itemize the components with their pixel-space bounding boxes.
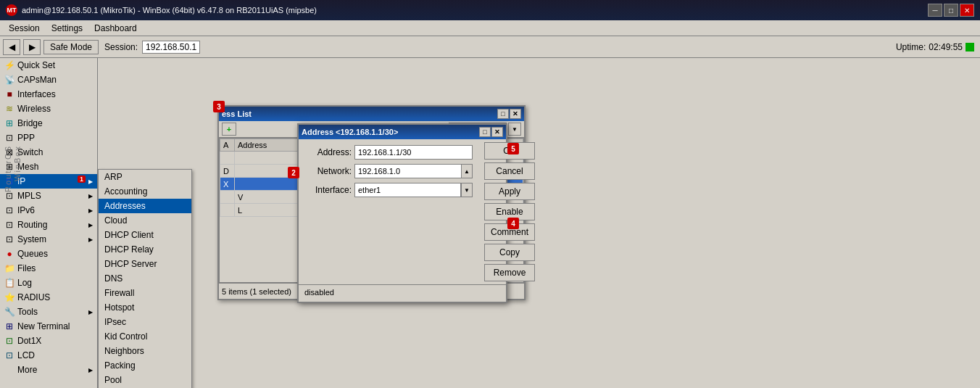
sidebar-label-system: System <box>17 234 46 244</box>
sidebar-item-system[interactable]: ⊡ System ▶ <box>0 232 97 247</box>
title-bar-text: admin@192.168.50.1 (MikroTik) - WinBox (… <box>22 6 928 15</box>
new-terminal-icon: ⊞ <box>4 321 14 331</box>
sidebar-item-files[interactable]: 📁 Files <box>0 261 97 276</box>
menu-settings[interactable]: Settings <box>46 22 88 35</box>
sidebar-item-lcd[interactable]: ⊡ LCD <box>0 348 97 363</box>
submenu-ipsec[interactable]: IPsec <box>99 315 191 329</box>
sidebar-item-dot1x[interactable]: ⊡ Dot1X <box>0 334 97 348</box>
sidebar-item-routing[interactable]: ⊡ Routing ▶ <box>0 218 97 232</box>
submenu-dhcp-relay[interactable]: DHCP Relay <box>99 242 191 257</box>
maximize-button[interactable]: □ <box>944 4 958 17</box>
sidebar-item-new-terminal[interactable]: ⊞ New Terminal <box>0 319 97 334</box>
back-button[interactable]: ◀ <box>3 39 20 55</box>
ppp-icon: ⊡ <box>4 133 14 143</box>
sidebar-item-tools[interactable]: 🔧 Tools ▶ <box>0 305 97 319</box>
submenu-firewall[interactable]: Firewall <box>99 286 191 300</box>
sidebar-item-queues[interactable]: ● Queues <box>0 247 97 261</box>
mpls-icon: ⊡ <box>4 191 14 201</box>
sidebar-item-log[interactable]: 📋 Log <box>0 276 97 290</box>
sidebar-label-ip: IP <box>17 176 25 186</box>
submenu-cloud[interactable]: Cloud <box>99 213 191 228</box>
addr-dialog-body-row: Address: Network: ▲ Interface: <box>299 139 506 284</box>
sidebar-item-mesh[interactable]: ⊞ Mesh <box>0 160 97 174</box>
addr-list-dropdown-btn[interactable]: ▼ <box>508 123 521 136</box>
sidebar-label-more: More <box>17 365 37 375</box>
switch-icon: ⊠ <box>4 147 14 157</box>
copy-button[interactable]: Copy <box>484 244 535 261</box>
sidebar-item-interfaces[interactable]: ■ Interfaces <box>0 87 97 102</box>
submenu-dhcp-server[interactable]: DHCP Server <box>99 257 191 271</box>
sidebar-label-log: Log <box>17 278 32 288</box>
address-row: Address: <box>304 145 473 160</box>
routing-icon: ⊡ <box>4 220 14 230</box>
submenu-dhcp-client[interactable]: DHCP Client <box>99 228 191 242</box>
interface-row: Interface: ether1 ▼ <box>304 183 473 197</box>
tools-icon: 🔧 <box>4 307 14 317</box>
submenu-pool[interactable]: Pool <box>99 373 191 387</box>
sidebar-label-new-terminal: New Terminal <box>17 321 70 331</box>
sidebar-item-capsman[interactable]: 📡 CAPsMan <box>0 73 97 87</box>
sidebar-item-ip[interactable]: ⊡ IP ▶ 1 <box>0 174 97 189</box>
network-arrow-btn[interactable]: ▲ <box>461 164 473 178</box>
radius-icon: ⭐ <box>4 292 14 302</box>
sidebar-item-ppp[interactable]: ⊡ PPP <box>0 131 97 145</box>
minimize-button[interactable]: ─ <box>928 4 942 17</box>
submenu-accounting[interactable]: Accounting <box>99 184 191 199</box>
forward-button[interactable]: ▶ <box>23 39 41 55</box>
sidebar-item-radius[interactable]: ⭐ RADIUS <box>0 290 97 305</box>
wireless-icon: ≋ <box>4 104 14 114</box>
submenu-arp[interactable]: ARP <box>99 170 191 184</box>
menu-session[interactable]: Session <box>3 22 46 35</box>
addr-dialog-form: Address: Network: ▲ Interface: <box>299 139 478 284</box>
sidebar-item-wireless[interactable]: ≋ Wireless <box>0 102 97 116</box>
quick-set-icon: ⚡ <box>4 60 14 70</box>
badge-3: 3 <box>213 101 225 112</box>
addr-dialog-titlebar: Address <192.168.1.1/30> □ ✕ <box>299 125 506 139</box>
menu-dashboard[interactable]: Dashboard <box>88 22 143 35</box>
sidebar-item-mpls[interactable]: ⊡ MPLS ▶ <box>0 189 97 203</box>
submenu-neighbors[interactable]: Neighbors <box>99 344 191 358</box>
addr-list-close[interactable]: ✕ <box>510 109 521 119</box>
dot1x-icon: ⊡ <box>4 336 14 346</box>
addr-list-minimize[interactable]: □ <box>497 109 509 119</box>
network-input[interactable] <box>354 164 461 178</box>
interfaces-icon: ■ <box>4 89 14 99</box>
app-icon: MT <box>6 4 17 16</box>
bridge-icon: ⊞ <box>4 118 14 128</box>
remove-button[interactable]: Remove <box>484 264 535 281</box>
interface-dropdown-btn[interactable]: ▼ <box>461 183 473 197</box>
row5-col1 <box>220 204 235 217</box>
submenu-addresses[interactable]: Addresses <box>99 199 191 213</box>
sidebar-item-quick-set[interactable]: ⚡ Quick Set <box>0 58 97 73</box>
apply-button[interactable]: Apply <box>484 183 535 200</box>
sidebar-item-more[interactable]: More ▶ <box>0 363 97 377</box>
addr-dialog-close[interactable]: ✕ <box>491 127 503 137</box>
submenu-dns[interactable]: DNS <box>99 271 191 286</box>
submenu-hotspot[interactable]: Hotspot <box>99 300 191 315</box>
sidebar-item-bridge[interactable]: ⊞ Bridge <box>0 116 97 131</box>
ipv6-arrow-icon: ▶ <box>88 207 93 214</box>
interface-select[interactable]: ether1 <box>354 183 461 197</box>
submenu-kid-control[interactable]: Kid Control <box>99 329 191 344</box>
addr-list-title: ess List <box>222 110 252 118</box>
safe-mode-button[interactable]: Safe Mode <box>43 40 99 54</box>
sidebar-label-ipv6: IPv6 <box>17 205 35 215</box>
interface-label: Interface: <box>304 185 352 195</box>
close-button[interactable]: ✕ <box>960 4 974 17</box>
addr-dialog-minimize[interactable]: □ <box>479 127 491 137</box>
menu-bar: Session Settings Dashboard <box>0 20 980 36</box>
addr-list-add-btn[interactable]: + <box>222 123 236 136</box>
row4-col1 <box>220 191 235 204</box>
queues-icon: ● <box>4 249 14 259</box>
addr-list-titlebar: ess List □ ✕ <box>219 107 524 121</box>
lcd-icon: ⊡ <box>4 350 14 360</box>
toolbar: ◀ ▶ Safe Mode Session: 192.168.50.1 Upti… <box>0 36 980 58</box>
more-arrow-icon: ▶ <box>88 367 93 373</box>
sidebar-item-switch[interactable]: ⊠ Switch <box>0 145 97 160</box>
sidebar-label-wireless: Wireless <box>17 104 51 114</box>
address-input[interactable] <box>354 145 473 160</box>
submenu-packing[interactable]: Packing <box>99 358 191 373</box>
cancel-button[interactable]: Cancel <box>484 162 535 180</box>
sidebar-item-ipv6[interactable]: ⊡ IPv6 ▶ <box>0 203 97 218</box>
ip-arrow-icon: ▶ <box>88 178 93 185</box>
